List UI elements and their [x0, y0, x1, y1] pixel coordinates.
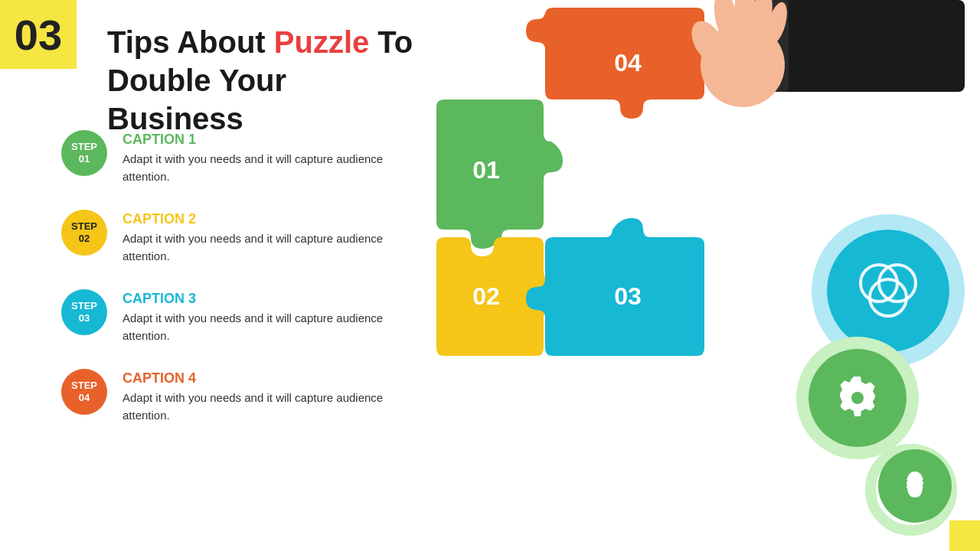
title-text-1: Tips About: [107, 25, 274, 59]
puzzle-piece-04: 04: [526, 8, 704, 119]
step-circle-3: STEP 03: [61, 289, 107, 335]
step-circle-4: STEP 04: [61, 369, 107, 415]
title-line2: Double Your Business: [107, 64, 286, 135]
svg-point-7: [851, 392, 864, 404]
svg-text:02: 02: [472, 282, 500, 310]
green-circle-small: [878, 449, 952, 523]
gear-icon: [833, 373, 882, 422]
title-highlight: Puzzle: [274, 25, 369, 59]
steps-list: STEP 01 CAPTION 1 Adapt it with you need…: [61, 130, 413, 448]
puzzle-piece-01: 01: [436, 99, 563, 249]
svg-text:03: 03: [614, 282, 642, 310]
decorative-circles-area: [750, 214, 965, 536]
bottom-right-accent: [949, 520, 980, 551]
step-item-4: STEP 04 CAPTION 4 Adapt it with you need…: [61, 369, 413, 424]
cyan-circle-inner: [827, 230, 949, 352]
head-icon: [896, 467, 934, 505]
venn-diagram-icon: [854, 256, 923, 325]
step-item-1: STEP 01 CAPTION 1 Adapt it with you need…: [61, 130, 413, 185]
step-circle-2: STEP 02: [61, 210, 107, 256]
svg-text:01: 01: [472, 156, 500, 184]
slide-number-badge: 03: [0, 0, 77, 69]
puzzle-piece-03: 03: [526, 218, 704, 356]
step-item-3: STEP 03 CAPTION 3 Adapt it with you need…: [61, 289, 413, 344]
svg-text:04: 04: [614, 49, 642, 77]
step-circle-1: STEP 01: [61, 130, 107, 176]
step-item-2: STEP 02 CAPTION 2 Adapt it with you need…: [61, 210, 413, 265]
green-circle-mid: [808, 349, 906, 447]
